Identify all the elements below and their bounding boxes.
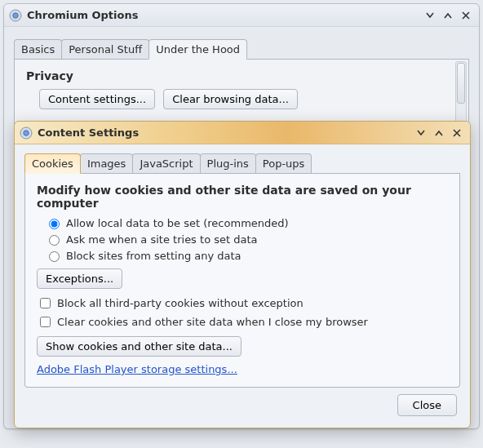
close-button[interactable] bbox=[458, 7, 474, 24]
dialog-minimize-button[interactable] bbox=[413, 125, 429, 141]
chromium-options-titlebar: Chromium Options bbox=[4, 4, 479, 27]
radio-ask-me-label[interactable]: Ask me when a site tries to set data bbox=[66, 233, 258, 246]
radio-allow-local-data-label[interactable]: Allow local data to be set (recommended) bbox=[66, 217, 289, 229]
content-settings-tabbar: Cookies Images JavaScript Plug-ins Pop-u… bbox=[24, 153, 460, 174]
cookies-tab-content: Modify how cookies and other site data a… bbox=[24, 174, 460, 388]
checkbox-clear-on-close-label[interactable]: Clear cookies and other site data when I… bbox=[57, 316, 368, 328]
checkbox-block-third-party[interactable] bbox=[40, 298, 51, 308]
content-settings-body: Cookies Images JavaScript Plug-ins Pop-u… bbox=[15, 144, 470, 428]
dialog-close-action-button[interactable]: Close bbox=[397, 394, 457, 416]
radio-block-sites-label[interactable]: Block sites from setting any data bbox=[66, 250, 242, 262]
chromium-icon bbox=[9, 9, 22, 22]
maximize-button[interactable] bbox=[440, 7, 456, 24]
exceptions-button[interactable]: Exceptions... bbox=[37, 268, 122, 289]
clear-browsing-data-button[interactable]: Clear browsing data... bbox=[163, 89, 298, 109]
show-cookies-button[interactable]: Show cookies and other site data... bbox=[37, 336, 242, 357]
checkbox-block-third-party-label[interactable]: Block all third-party cookies without ex… bbox=[57, 297, 304, 309]
content-settings-button[interactable]: Content settings... bbox=[39, 89, 155, 109]
dialog-maximize-button[interactable] bbox=[431, 125, 447, 141]
cookies-heading: Modify how cookies and other site data a… bbox=[37, 184, 448, 210]
radio-block-sites[interactable] bbox=[49, 251, 60, 262]
checkbox-clear-on-close[interactable] bbox=[40, 317, 51, 327]
svg-point-3 bbox=[24, 130, 29, 135]
options-scrollbar-thumb[interactable] bbox=[457, 63, 465, 104]
content-settings-title: Content Settings bbox=[38, 126, 139, 139]
tab-javascript[interactable]: JavaScript bbox=[132, 153, 200, 173]
tab-popups[interactable]: Pop-ups bbox=[255, 153, 312, 173]
radio-ask-me[interactable] bbox=[49, 235, 60, 246]
privacy-section-title: Privacy bbox=[24, 68, 459, 89]
dialog-close-button[interactable] bbox=[449, 125, 465, 141]
content-settings-dialog: Content Settings Cookies Images JavaScri… bbox=[14, 121, 471, 428]
tab-plugins[interactable]: Plug-ins bbox=[200, 153, 256, 173]
svg-point-1 bbox=[13, 12, 18, 17]
tab-images[interactable]: Images bbox=[80, 153, 134, 173]
options-tabbar: Basics Personal Stuff Under the Hood bbox=[14, 38, 469, 60]
content-settings-titlebar: Content Settings bbox=[15, 122, 470, 144]
tab-cookies[interactable]: Cookies bbox=[24, 153, 81, 174]
tab-under-the-hood[interactable]: Under the Hood bbox=[148, 39, 247, 60]
minimize-button[interactable] bbox=[422, 7, 438, 24]
radio-allow-local-data[interactable] bbox=[49, 219, 60, 229]
tab-personal-stuff[interactable]: Personal Stuff bbox=[61, 39, 149, 59]
flash-storage-settings-link[interactable]: Adobe Flash Player storage settings... bbox=[37, 363, 237, 375]
tab-basics[interactable]: Basics bbox=[14, 39, 62, 59]
dialog-footer: Close bbox=[24, 388, 460, 418]
chromium-icon bbox=[20, 126, 33, 140]
chromium-options-title: Chromium Options bbox=[27, 9, 138, 21]
